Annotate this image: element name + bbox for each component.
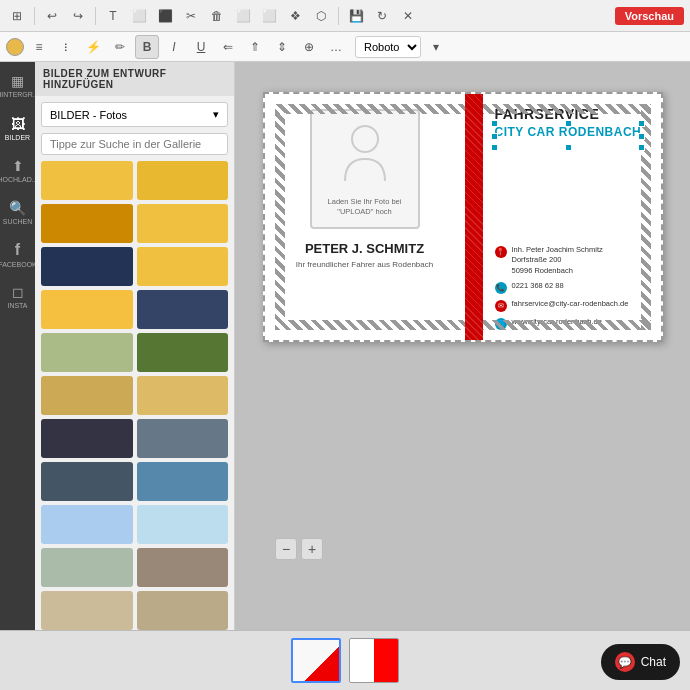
card-right-section: FAHRSERVICE CITY CAR RODENBACH (483, 94, 661, 340)
align-block-icon[interactable]: ⇐ (216, 35, 240, 59)
panel-image-item[interactable]: Flugzeug (41, 505, 133, 544)
edit-icon[interactable]: ✏ (108, 35, 132, 59)
panel-image-item[interactable]: Fahrer TaxiPassag... (41, 462, 133, 501)
panel-image-item[interactable]: Biergarten 1 (41, 376, 133, 415)
instagram-icon: ◻ (12, 284, 24, 300)
contact-item-address: 📍 Inh. Peter Joachim SchmitzDorfstraße 2… (495, 245, 651, 277)
handle-bottom-mid[interactable] (565, 144, 572, 151)
panel-image-item[interactable]: Flughafen1 (137, 462, 229, 501)
align-center-icon[interactable]: ⫶ (54, 35, 78, 59)
sidebar-label-images: BILDER (5, 134, 30, 141)
color-picker[interactable] (6, 38, 24, 56)
vorschau-button[interactable]: Vorschau (615, 7, 684, 25)
photo-placeholder[interactable]: Laden Sie Ihr Foto bei "UPLOAD" hoch (310, 109, 420, 229)
contact-email-text: fahrservice@city-car-rodenbach.de (512, 299, 629, 310)
images-icon: 🖼 (11, 116, 25, 132)
panel-image-item[interactable]: 1Taxi-Bahnhof (41, 161, 133, 200)
sidebar-item-facebook[interactable]: f FACEBOOK (2, 234, 34, 274)
panel-image-item[interactable]: Passagier-Straße1 (41, 591, 133, 630)
panel-image-item[interactable]: Passagier-Straße2 (137, 591, 229, 630)
redo-icon[interactable]: ↪ (67, 5, 89, 27)
cut-icon[interactable]: ✂ (180, 5, 202, 27)
card-left-section: Laden Sie Ihr Foto bei "UPLOAD" hoch PET… (265, 94, 465, 340)
sidebar-label-upload: HOCHLAD... (0, 176, 38, 183)
valign-center-icon[interactable]: ⇕ (270, 35, 294, 59)
upload-icon: ⬆ (12, 158, 24, 174)
paste-icon[interactable]: ⬜ (258, 5, 280, 27)
delete-icon[interactable]: 🗑 (206, 5, 228, 27)
bottom-bar: 💬 Chat (0, 630, 690, 690)
save-icon[interactable]: 💾 (345, 5, 367, 27)
refresh-icon[interactable]: ↻ (371, 5, 393, 27)
font-selector[interactable]: Roboto (355, 36, 421, 58)
align-left-icon[interactable]: ≡ (27, 35, 51, 59)
panel-image-item[interactable]: Passagier-Gepäck (137, 548, 229, 587)
copy-icon[interactable]: ⬜ (232, 5, 254, 27)
panel-image-item[interactable]: Flugzeug (137, 505, 229, 544)
handle-mid-right[interactable] (638, 133, 645, 140)
panel-image-item[interactable]: 1Taxi-Dachschild1 (137, 161, 229, 200)
panel-image-item[interactable]: Biergarten 2 (137, 376, 229, 415)
sidebar-item-upload[interactable]: ⬆ HOCHLAD... (2, 150, 34, 190)
valign-top-icon[interactable]: ⇑ (243, 35, 267, 59)
effect-icon[interactable]: ⬡ (310, 5, 332, 27)
italic-button[interactable]: I (162, 35, 186, 59)
text-icon[interactable]: T (102, 5, 124, 27)
panel-image-item[interactable]: 1Taxi-Dachschild2 (41, 204, 133, 243)
grid-icon[interactable]: ⊞ (6, 5, 28, 27)
panel-image-item[interactable]: 1Taxi-Dachschild3 (137, 204, 229, 243)
layer-icon[interactable]: ❖ (284, 5, 306, 27)
frame-icon[interactable]: ⬜ (128, 5, 150, 27)
zoom-out-button[interactable]: − (275, 538, 297, 560)
search-icon: 🔍 (9, 200, 26, 216)
sidebar-item-search[interactable]: 🔍 SUCHEN (2, 192, 34, 232)
card-red-stripe (465, 94, 483, 340)
handle-top-left[interactable] (491, 120, 498, 127)
phone-icon: 📞 (495, 282, 507, 294)
sidebar-item-images[interactable]: 🖼 BILDER (2, 108, 34, 148)
thumbnail-card-1[interactable] (291, 638, 341, 683)
panel-image-item[interactable]: 1Taxi (137, 247, 229, 286)
shape-icon[interactable]: ⬛ (154, 5, 176, 27)
panel-image-item[interactable]: Fahrerinnenraum (41, 419, 133, 458)
handle-bottom-left[interactable] (491, 144, 498, 151)
address-icon: 📍 (495, 246, 507, 258)
font-dropdown-icon[interactable]: ▾ (424, 35, 448, 59)
contact-web-text: www.city-car-rodenbach.de (512, 317, 602, 328)
handle-top-mid[interactable] (565, 120, 572, 127)
sidebar-item-instagram[interactable]: ◻ INSTA (2, 276, 34, 316)
panel-dropdown-label: BILDER - Fotos (50, 109, 127, 121)
contact-phone-text: 0221 368 62 88 (512, 281, 564, 292)
sidebar-item-background[interactable]: ▦ HINTERGR... (2, 66, 34, 106)
panel-image-item[interactable]: Mietwagen (41, 548, 133, 587)
separator (95, 7, 96, 25)
card-contact-list: 📍 Inh. Peter Joachim SchmitzDorfstraße 2… (495, 245, 651, 331)
business-card[interactable]: Laden Sie Ihr Foto bei "UPLOAD" hoch PET… (263, 92, 663, 342)
more-icon[interactable]: … (324, 35, 348, 59)
panel-image-item[interactable]: 1Taxi-nacht (41, 247, 133, 286)
person-silhouette-icon (340, 121, 390, 197)
add-icon[interactable]: ⊕ (297, 35, 321, 59)
panel-image-item[interactable]: 2Strasse (41, 333, 133, 372)
spark-icon[interactable]: ⚡ (81, 35, 105, 59)
panel-image-item[interactable]: 2Strasse-Nacht1 (137, 290, 229, 329)
close-icon[interactable]: ✕ (397, 5, 419, 27)
zoom-in-button[interactable]: + (301, 538, 323, 560)
thumbnail-card-2[interactable] (349, 638, 399, 683)
panel-dropdown[interactable]: BILDER - Fotos ▾ (41, 102, 228, 127)
chat-button[interactable]: 💬 Chat (601, 644, 680, 680)
handle-bottom-right[interactable] (638, 144, 645, 151)
chat-icon: 💬 (615, 652, 635, 672)
handle-top-right[interactable] (638, 120, 645, 127)
handle-mid-left[interactable] (491, 133, 498, 140)
panel-search-input[interactable] (41, 133, 228, 155)
card-company-subtitle-wrapper[interactable]: CITY CAR RODENBACH (495, 124, 642, 147)
panel-image-item[interactable]: Auto59 (137, 333, 229, 372)
panel-image-item[interactable]: 1Taxie (41, 290, 133, 329)
card-company-name: FAHRSERVICE (495, 106, 651, 122)
card-person-name: PETER J. SCHMITZ (305, 241, 424, 256)
bold-button[interactable]: B (135, 35, 159, 59)
panel-image-item[interactable]: Fahrertaxi (137, 419, 229, 458)
undo-icon[interactable]: ↩ (41, 5, 63, 27)
underline-button[interactable]: U (189, 35, 213, 59)
